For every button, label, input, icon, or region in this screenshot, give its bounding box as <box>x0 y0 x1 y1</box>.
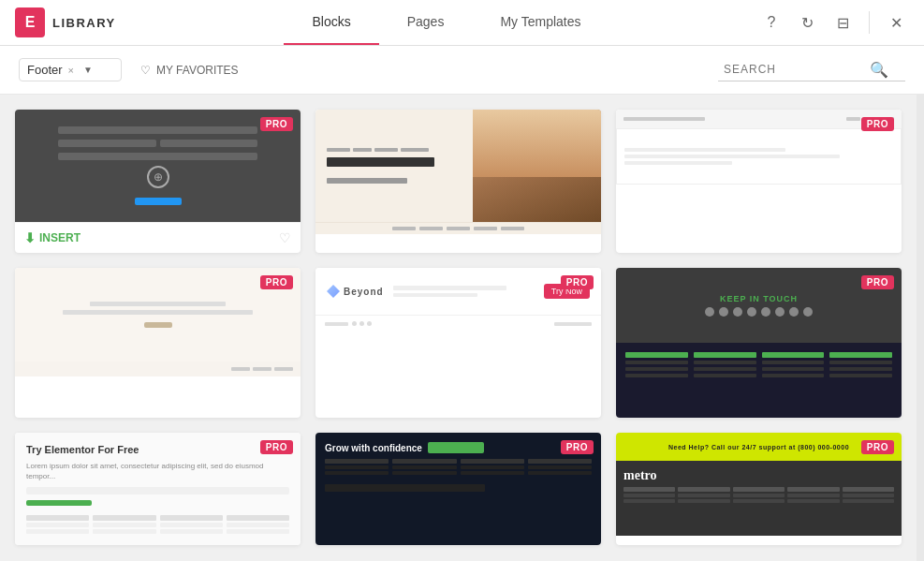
favorites-label: MY FAVORITES <box>156 64 239 77</box>
search-container[interactable]: 🔍 <box>718 59 905 81</box>
category-filter[interactable]: Footer × ▼ <box>19 58 122 81</box>
card-image: PRO Beyond Try Now <box>315 268 601 332</box>
logo-area: E LIBRARY <box>0 7 150 37</box>
card-image: PRO KEEP IN TOUCH <box>616 268 902 418</box>
template-card[interactable]: PRO Grow with confidence <box>315 433 601 545</box>
pro-badge: PRO <box>861 117 894 131</box>
insert-label: INSERT <box>39 231 81 244</box>
card-image: PRO ⊕ <box>15 110 301 222</box>
template-card[interactable]: PRO <box>616 110 902 253</box>
favorite-icon[interactable]: ♡ <box>279 230 291 245</box>
header-divider <box>869 11 870 34</box>
beyond-diamond-icon <box>327 285 340 298</box>
template-card[interactable]: PRO <box>15 268 301 418</box>
close-icon[interactable]: ✕ <box>883 9 909 36</box>
pro-badge: PRO <box>861 440 894 454</box>
card-image: PRO Need Help? Call our 24/7 support at … <box>616 433 902 536</box>
main-content: PRO ⊕ ⬇ INSERT ♡ <box>0 95 924 561</box>
heart-outline-icon: ♡ <box>140 64 151 77</box>
insert-icon: ⬇ <box>24 230 36 245</box>
template-card[interactable]: PRO Beyond Try Now <box>315 268 601 418</box>
tab-my-templates[interactable]: My Templates <box>472 0 609 45</box>
template-card[interactable]: PRO ⊕ ⬇ INSERT ♡ <box>15 110 301 253</box>
card-image: PRO <box>15 268 301 376</box>
favorites-filter-button[interactable]: ♡ MY FAVORITES <box>133 60 246 81</box>
save-icon[interactable]: ⊟ <box>829 9 856 36</box>
scrollbar[interactable] <box>917 95 924 561</box>
filter-value: Footer <box>27 63 63 77</box>
header: E LIBRARY Blocks Pages My Templates ? ↻ … <box>0 0 924 46</box>
template-grid: PRO ⊕ ⬇ INSERT ♡ <box>0 95 917 561</box>
template-card[interactable]: PRO KEEP IN TOUCH <box>616 268 902 418</box>
tab-blocks[interactable]: Blocks <box>284 0 378 45</box>
template-card[interactable]: PRO Need Help? Call our 24/7 support at … <box>616 433 902 545</box>
template-card[interactable]: PRO Try Elementor For Free Lorem ipsum d… <box>15 433 301 545</box>
search-icon[interactable]: 🔍 <box>870 61 888 79</box>
card-image: PRO <box>616 110 902 185</box>
beyond-logo: Beyond <box>327 285 384 298</box>
library-title: LIBRARY <box>52 16 116 30</box>
pro-badge: PRO <box>260 440 293 454</box>
help-icon[interactable]: ? <box>758 9 785 36</box>
main-tabs: Blocks Pages My Templates <box>150 0 743 45</box>
refresh-icon[interactable]: ↻ <box>794 9 820 36</box>
pro-badge: PRO <box>260 275 293 289</box>
pro-badge: PRO <box>861 275 894 289</box>
header-actions: ? ↻ ⊟ ✕ <box>743 9 924 36</box>
search-input[interactable] <box>724 63 864 76</box>
insert-button[interactable]: ⬇ INSERT <box>24 230 81 245</box>
card-footer: ⬇ INSERT ♡ <box>15 222 301 253</box>
toolbar: Footer × ▼ ♡ MY FAVORITES 🔍 <box>0 46 924 95</box>
elementor-logo-icon: E <box>15 7 45 37</box>
pro-badge: PRO <box>561 275 594 289</box>
template-card[interactable]: PRO <box>315 110 601 253</box>
card-image: PRO Try Elementor For Free Lorem ipsum d… <box>15 433 301 545</box>
filter-arrow-icon: ▼ <box>83 65 93 75</box>
card-image: PRO Grow with confidence <box>315 433 601 545</box>
card-image: PRO <box>315 110 601 234</box>
tab-pages[interactable]: Pages <box>379 0 473 45</box>
pro-badge: PRO <box>260 117 293 131</box>
filter-clear-button[interactable]: × <box>68 65 74 76</box>
pro-badge: PRO <box>561 440 594 454</box>
